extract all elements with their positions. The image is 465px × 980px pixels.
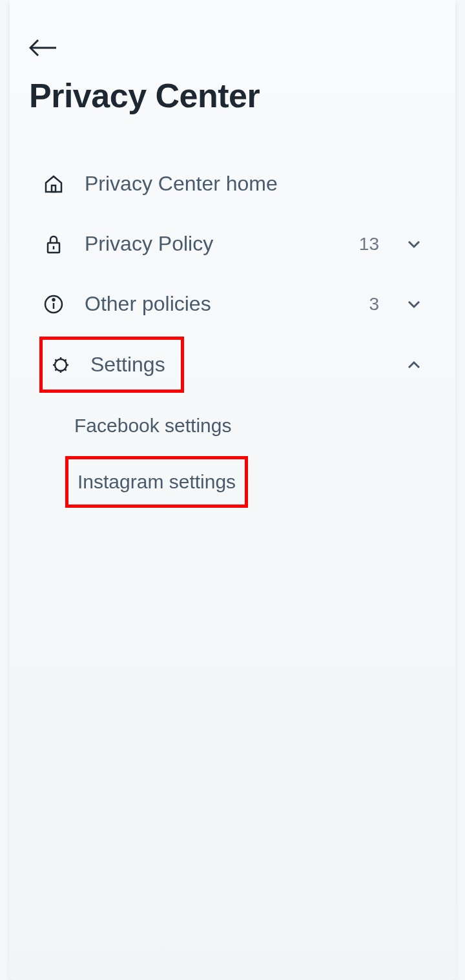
sub-item-instagram-settings[interactable]: Instagram settings (65, 456, 248, 508)
nav-item-other-policies[interactable]: Other policies 3 (29, 274, 436, 334)
chevron-up-icon (405, 356, 423, 374)
nav-item-label: Privacy Policy (85, 232, 340, 256)
nav-item-count: 13 (359, 234, 379, 255)
nav-item-count: 3 (369, 294, 379, 315)
sub-item-facebook-settings[interactable]: Facebook settings (29, 399, 436, 452)
nav-item-label: Settings (90, 353, 165, 377)
nav-item-label: Privacy Center home (85, 172, 423, 196)
chevron-down-icon (405, 235, 423, 253)
nav-item-privacy-policy[interactable]: Privacy Policy 13 (29, 214, 436, 274)
svg-rect-1 (52, 185, 56, 192)
nav-item-settings-row: Settings (10, 337, 455, 393)
privacy-center-panel: Privacy Center Privacy Center home Priva… (10, 0, 455, 980)
nav-item-home[interactable]: Privacy Center home (29, 154, 436, 214)
page-title: Privacy Center (10, 76, 455, 154)
svg-point-6 (53, 298, 55, 300)
sub-item-label: Facebook settings (74, 415, 231, 436)
info-icon (42, 293, 65, 316)
settings-sub-list: Facebook settings Instagram settings (10, 399, 455, 508)
nav-item-label: Other policies (85, 292, 349, 316)
gear-icon (49, 353, 72, 377)
nav-item-settings[interactable]: Settings (39, 337, 184, 393)
arrow-left-icon (29, 39, 57, 57)
chevron-down-icon (405, 295, 423, 313)
home-icon (42, 172, 65, 196)
lock-icon (42, 233, 65, 256)
back-button[interactable] (10, 26, 455, 76)
nav-list: Privacy Center home Privacy Policy 13 (10, 154, 455, 334)
sub-item-label: Instagram settings (78, 471, 236, 492)
sub-item-instagram-settings-container: Instagram settings (29, 452, 436, 508)
